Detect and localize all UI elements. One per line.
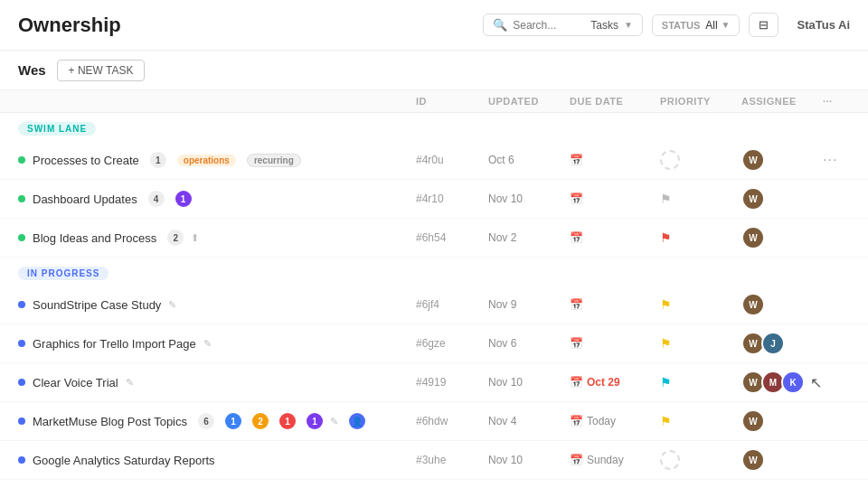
task-id: #6gze [416, 337, 488, 350]
tasks-chevron-icon[interactable]: ▼ [624, 20, 633, 30]
table-row: Clear Voice Trial ✎ #4919 Nov 10 📅 Oct 2… [0, 363, 868, 402]
swim-lane-section: SWIM LANE Processes to Create 1 operatio… [0, 113, 868, 258]
assignee-cell: W M K ↖ [741, 371, 823, 394]
priority-flag-icon: ⚑ [660, 297, 672, 312]
task-name: Dashboard Updates [33, 192, 137, 206]
task-name-cell: Clear Voice Trial ✎ [18, 376, 416, 389]
search-box[interactable]: 🔍 Tasks ▼ [483, 14, 643, 36]
user-name: Wes [18, 62, 46, 78]
col-header-updated: UPDATED [488, 96, 570, 107]
priority-cell: ⚑ [660, 297, 741, 312]
person-icon: 👤 [349, 413, 365, 429]
status-chevron-icon[interactable]: ▼ [722, 20, 731, 30]
edit-icon[interactable]: ✎ [330, 416, 338, 427]
task-count-badge: 1 [150, 152, 166, 168]
in-progress-label: IN PROGRESS [18, 267, 108, 280]
table-row: Dashboard Updates 4 1 #4r10 Nov 10 📅 ⚑ W [0, 180, 868, 219]
task-due: 📅 [570, 192, 660, 205]
new-task-button[interactable]: + NEW TASK [57, 60, 146, 81]
priority-cell: ⚑ [660, 414, 741, 428]
calendar-icon: 📅 [570, 154, 583, 166]
priority-flag-icon: ⚑ [660, 192, 672, 206]
task-id: #4919 [416, 376, 488, 389]
task-name-cell: Graphics for Trello Import Page ✎ [18, 337, 416, 351]
cursor-icon: ↖ [810, 374, 822, 391]
status-dot [18, 301, 25, 308]
task-count-purple: 1 [175, 191, 192, 207]
table-row: Google Analytics Saturday Reports #3uhe … [0, 441, 868, 480]
col-header-id: ID [416, 96, 488, 107]
task-due-overdue: 📅 Oct 29 [570, 376, 660, 389]
status-dot [18, 418, 25, 425]
status-dot [18, 456, 25, 464]
col-header-priority: PRIORITY [660, 96, 741, 107]
task-count-orange: 2 [252, 413, 269, 429]
status-dot [18, 379, 25, 386]
avatar: W [741, 448, 765, 472]
task-updated: Nov 9 [488, 298, 570, 311]
task-name-cell: Dashboard Updates 4 1 [18, 191, 416, 207]
avatar: W [741, 187, 765, 211]
calendar-icon: 📅 [570, 454, 583, 466]
task-count-gray: 6 [198, 413, 214, 429]
avatar: K [781, 371, 805, 394]
task-name: Clear Voice Trial [33, 376, 118, 389]
task-count-red: 1 [279, 413, 296, 429]
calendar-icon: 📅 [570, 415, 583, 427]
assignee-cell: W [741, 409, 823, 433]
task-id: #3uhe [416, 454, 488, 466]
task-name: Graphics for Trello Import Page [33, 337, 196, 351]
col-header-more: ··· [823, 96, 850, 107]
col-header-assignee: ASSIGNEE [741, 96, 823, 107]
swim-lane-label: SWIM LANE [18, 122, 96, 136]
assignee-cell: W [741, 148, 823, 172]
status-dot [18, 195, 25, 202]
status-dot [18, 156, 25, 164]
edit-icon[interactable]: ✎ [126, 377, 134, 389]
search-input[interactable] [513, 19, 585, 32]
status-filter[interactable]: STATUS All ▼ [652, 14, 741, 36]
task-updated: Nov 10 [488, 192, 570, 205]
priority-cell: ⚑ [660, 192, 741, 206]
filter-icon: ⊟ [759, 18, 769, 32]
task-due: 📅 [570, 231, 660, 244]
avatar: W [741, 148, 765, 172]
status-filter-value: All [705, 19, 717, 32]
task-name-cell: MarketMuse Blog Post Topics 6 1 2 1 1 ✎ … [18, 413, 416, 429]
calendar-icon: 📅 [570, 192, 583, 205]
tasks-dropdown-label: Tasks [590, 19, 618, 32]
avatar: W [741, 293, 765, 316]
calendar-icon: 📅 [570, 231, 583, 244]
task-id: #6jf4 [416, 298, 488, 311]
avatar: W [741, 226, 765, 249]
assignee-cell: W [741, 448, 823, 472]
status-dot [18, 234, 25, 241]
status-filter-label: STATUS [662, 20, 700, 31]
priority-dashed-icon [660, 450, 680, 470]
assignee-cell: W [741, 293, 823, 316]
edit-icon[interactable]: ✎ [203, 338, 212, 350]
col-header-due: DUE DATE [570, 96, 660, 107]
in-progress-section: IN PROGRESS SoundStripe Case Study ✎ #6j… [0, 258, 868, 480]
status-dot [18, 340, 25, 347]
more-button[interactable]: ··· [823, 152, 850, 168]
task-name-cell: SoundStripe Case Study ✎ [18, 298, 416, 312]
task-due: 📅 [570, 298, 660, 311]
calendar-icon: 📅 [570, 298, 583, 311]
task-updated: Nov 4 [488, 415, 570, 427]
task-id: #6h54 [416, 231, 488, 244]
task-updated: Nov 10 [488, 454, 570, 466]
table-header: ID UPDATED DUE DATE PRIORITY ASSIGNEE ··… [0, 90, 868, 113]
priority-cell [660, 150, 741, 170]
task-name-cell: Blog Ideas and Process 2 ⬆ [18, 230, 416, 246]
task-name: SoundStripe Case Study [33, 298, 161, 312]
table-row: Graphics for Trello Import Page ✎ #6gze … [0, 324, 868, 363]
task-id: #4r10 [416, 192, 488, 205]
task-name: Processes to Create [33, 154, 139, 167]
task-updated: Nov 10 [488, 376, 570, 389]
assignee-cell: W [741, 187, 823, 211]
calendar-icon: 📅 [570, 337, 583, 350]
filter-button[interactable]: ⊟ [749, 13, 778, 37]
edit-icon[interactable]: ✎ [168, 299, 176, 311]
task-id: #4r0u [416, 154, 488, 166]
